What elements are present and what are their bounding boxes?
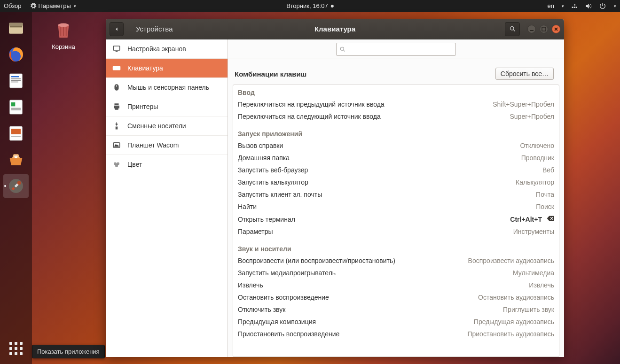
shortcut-row[interactable]: Переключиться на предыдущий источник вво… <box>233 98 559 110</box>
shortcut-label: Воспроизвести (или воспроизвести/приоста… <box>238 257 395 264</box>
titlebar-search-button[interactable] <box>505 22 520 36</box>
activities-button[interactable]: Обзор <box>4 2 22 9</box>
shortcut-value: Проводник <box>521 154 554 162</box>
window-titlebar: Устройства Клавиатура <box>106 19 564 39</box>
shortcut-label: Переключиться на следующий источник ввод… <box>238 113 381 120</box>
tablet-icon <box>112 141 121 149</box>
search-input[interactable] <box>348 46 453 53</box>
shortcut-label: Предыдущая композиция <box>238 318 316 325</box>
sidebar-item-label: Мышь и сенсорная панель <box>127 84 209 91</box>
svg-rect-22 <box>530 30 534 31</box>
delete-shortcut-icon[interactable] <box>547 215 554 223</box>
window-close-button[interactable] <box>552 25 560 33</box>
dock-files[interactable] <box>3 16 29 40</box>
shortcut-row[interactable]: Отключить звукПриглушить звук <box>233 303 559 316</box>
search-box[interactable] <box>336 43 456 56</box>
shortcut-row[interactable]: Запустить калькуляторКалькулятор <box>233 176 559 188</box>
shortcut-value: Отключено <box>520 142 554 149</box>
chevron-down-icon: ▾ <box>614 4 616 8</box>
svg-rect-23 <box>542 27 546 31</box>
shortcut-row[interactable]: Вызов справкиОтключено <box>233 139 559 152</box>
shortcut-row[interactable]: Предыдущая композицияПредыдущая аудиозап… <box>233 316 559 328</box>
input-language-indicator[interactable]: en <box>548 2 554 9</box>
sidebar-item-removable[interactable]: Сменные носители <box>106 116 228 136</box>
svg-rect-30 <box>118 68 119 69</box>
app-menu[interactable]: Параметры <box>39 2 71 9</box>
svg-rect-10 <box>11 102 15 106</box>
main-panel: Комбинации клавиш Сбросить все… ВводПере… <box>228 39 564 357</box>
shortcut-label: Запустить калькулятор <box>238 178 308 186</box>
svg-rect-15 <box>11 136 21 137</box>
sidebar-item-wacom[interactable]: Планшет Wacom <box>106 136 228 155</box>
settings-sidebar: Настройка экранов Клавиатура Мышь и сенс… <box>106 39 228 357</box>
sidebar-item-displays[interactable]: Настройка экранов <box>106 39 228 59</box>
shortcut-group-title: Запуск приложений <box>233 123 559 139</box>
shortcut-value: Предыдущая аудиозапись <box>474 318 554 325</box>
shortcut-row[interactable]: ИзвлечьИзвлечь <box>233 279 559 291</box>
window-minimize-button[interactable] <box>527 25 536 33</box>
shortcut-label: Остановить воспроизведение <box>238 294 329 301</box>
dock-settings[interactable] <box>3 174 29 198</box>
dock-calc[interactable] <box>3 95 29 119</box>
svg-rect-2 <box>10 26 23 27</box>
reset-all-button[interactable]: Сбросить все… <box>495 68 554 80</box>
shortcut-row[interactable]: Воспроизвести (или воспроизвести/приоста… <box>233 255 559 267</box>
dock-tooltip: Показать приложения <box>32 345 105 358</box>
sidebar-item-label: Настройка экранов <box>127 45 186 53</box>
gear-icon <box>30 3 37 9</box>
dock-firefox[interactable] <box>3 43 29 66</box>
shortcut-row[interactable]: Запустить медиапроигрывательМультимедиа <box>233 267 559 279</box>
svg-rect-9 <box>10 100 23 114</box>
window-maximize-button[interactable] <box>540 25 548 33</box>
shortcut-value: Инструменты <box>513 228 554 235</box>
power-icon[interactable] <box>599 2 606 10</box>
svg-rect-7 <box>11 80 21 81</box>
window-title: Клавиатура <box>314 25 355 33</box>
shortcut-label: Извлечь <box>238 281 263 289</box>
trash-icon-desktop[interactable]: Корзина <box>45 19 82 50</box>
sidebar-item-keyboard[interactable]: Клавиатура <box>106 59 228 78</box>
shortcut-value: Приглушить звук <box>503 306 554 313</box>
shortcut-label: Вызов справки <box>238 142 283 149</box>
shortcut-row[interactable]: Домашняя папкаПроводник <box>233 152 559 164</box>
shortcut-label: Переключиться на предыдущий источник вво… <box>238 101 385 108</box>
top-bar: Обзор Параметры ▾ Вторник, 16:07 en ▾ ▾ <box>0 0 620 12</box>
shortcut-list[interactable]: ВводПереключиться на предыдущий источник… <box>233 85 559 357</box>
volume-icon[interactable] <box>585 2 592 10</box>
svg-point-19 <box>17 181 21 185</box>
dock-software[interactable] <box>3 148 29 171</box>
svg-rect-24 <box>113 46 120 50</box>
svg-rect-1 <box>9 23 23 26</box>
shortcut-label: Запустить медиапроигрыватель <box>238 269 336 277</box>
sidebar-item-printers[interactable]: Принтеры <box>106 97 228 116</box>
sidebar-item-label: Клавиатура <box>127 64 163 72</box>
shortcut-row[interactable]: Переключиться на следующий источник ввод… <box>233 110 559 123</box>
shortcut-value: Приостановить аудиозапись <box>467 330 554 338</box>
clock[interactable]: Вторник, 16:07 <box>286 2 328 9</box>
shortcut-row[interactable]: Остановить воспроизведениеОстановить ауд… <box>233 291 559 303</box>
shortcut-value: Super+Пробел <box>510 113 554 120</box>
shortcut-label: Запустить веб-браузер <box>238 166 308 174</box>
apps-grid-icon <box>9 342 23 355</box>
sidebar-item-mouse[interactable]: Мышь и сенсорная панель <box>106 78 228 97</box>
shortcut-label: Запустить клиент эл. почты <box>238 191 322 198</box>
svg-rect-27 <box>114 68 115 69</box>
dock-impress[interactable] <box>3 122 29 145</box>
settings-section-label: Устройства <box>136 25 173 33</box>
svg-rect-12 <box>11 109 21 110</box>
show-applications-button[interactable] <box>3 337 29 360</box>
notification-dot-icon <box>331 5 334 8</box>
shortcut-row[interactable]: НайтиПоиск <box>233 201 559 213</box>
shortcut-row[interactable]: Запустить веб-браузерВеб <box>233 164 559 176</box>
shortcut-row[interactable]: ПараметрыИнструменты <box>233 225 559 238</box>
svg-rect-14 <box>11 129 21 134</box>
dock-writer[interactable] <box>3 69 29 93</box>
shortcut-label: Домашняя папка <box>238 154 290 162</box>
back-button[interactable] <box>110 22 124 36</box>
sidebar-item-color[interactable]: Цвет <box>106 155 228 174</box>
network-icon[interactable] <box>571 2 578 10</box>
shortcut-row[interactable]: Приостановить воспроизведениеПриостанови… <box>233 328 559 340</box>
shortcut-row[interactable]: Запустить клиент эл. почтыПочта <box>233 188 559 201</box>
shortcut-label: Отключить звук <box>238 306 285 313</box>
shortcut-row[interactable]: Открыть терминалCtrl+Alt+T <box>233 213 559 225</box>
